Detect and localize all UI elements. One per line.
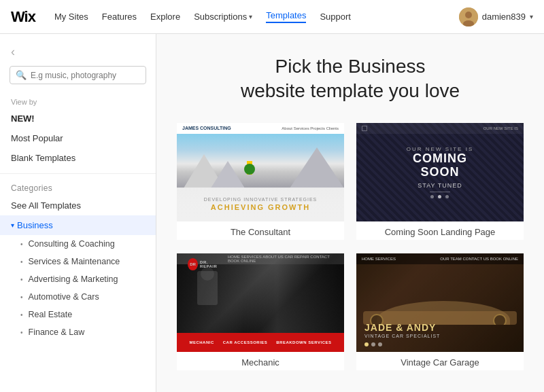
- template-name-mechanic: Mechanic: [177, 352, 344, 370]
- wix-logo[interactable]: Wix: [11, 8, 35, 26]
- user-name: damien839: [482, 12, 526, 22]
- content-area: Pick the Business website template you l…: [156, 34, 544, 392]
- search-icon: 🔍: [16, 70, 27, 80]
- sidebar-search-box[interactable]: 🔍: [10, 66, 146, 84]
- sidebar-item-most-popular[interactable]: Most Popular: [0, 128, 156, 148]
- business-chevron-icon: ▾: [11, 221, 14, 229]
- view-by-label: View by: [0, 94, 156, 109]
- bullet-icon: •: [20, 311, 23, 319]
- nav-my-sites[interactable]: My Sites: [54, 12, 88, 22]
- sidebar-item-new[interactable]: NEW!: [0, 109, 156, 128]
- main-layout: ‹ 🔍 View by NEW! Most Popular Blank Temp…: [0, 34, 544, 392]
- search-input[interactable]: [31, 71, 140, 80]
- vintage-dots: [364, 342, 382, 346]
- sidebar-sub-automotive[interactable]: • Automotive & Cars: [0, 288, 156, 306]
- back-icon: ‹: [11, 45, 15, 59]
- top-nav: Wix My Sites Features Explore Subscripti…: [0, 0, 544, 34]
- coming-soon-label3: STAY TUNED: [407, 182, 473, 189]
- nav-templates[interactable]: Templates: [266, 10, 306, 23]
- sidebar-sub-advertising[interactable]: • Advertising & Marketing: [0, 270, 156, 288]
- sidebar-sub-services[interactable]: • Services & Maintenance: [0, 253, 156, 270]
- consultant-header: JAMES CONSULTING About Services Projects…: [177, 123, 344, 134]
- bullet-icon: •: [20, 329, 23, 336]
- sidebar: ‹ 🔍 View by NEW! Most Popular Blank Temp…: [0, 34, 156, 392]
- nav-subscriptions[interactable]: Subscriptions ▾: [194, 12, 252, 22]
- user-chevron-icon: ▾: [530, 13, 533, 20]
- sidebar-sub-label-consulting: Consulting & Coaching: [29, 239, 115, 249]
- template-card-vintage[interactable]: HOME SERVICES OUR TEAM CONTACT US BOOK O…: [356, 253, 524, 370]
- coming-soon-text: OUR NEW SITE IS COMINGSOON STAY TUNED: [407, 146, 473, 198]
- title-text: Pick the Business website template you l…: [177, 54, 524, 104]
- categories-label: Categories: [0, 179, 156, 196]
- template-card-mechanic[interactable]: DR DR. REPAIR HOME SERVICES ABOUT US CAR…: [177, 253, 344, 370]
- vintage-subtitle: VINTAGE CAR SPECIALIST: [364, 334, 440, 338]
- nav-subscriptions-label: Subscriptions: [194, 12, 247, 22]
- vintage-text: JADE & ANDY VINTAGE CAR SPECIALIST: [364, 323, 440, 338]
- templates-grid: JAMES CONSULTING About Services Projects…: [177, 123, 524, 370]
- template-thumb-vintage: HOME SERVICES OUR TEAM CONTACT US BOOK O…: [356, 253, 524, 352]
- see-all-templates[interactable]: See All Templates: [0, 196, 156, 215]
- template-thumb-consultant: JAMES CONSULTING About Services Projects…: [177, 123, 344, 221]
- sidebar-back-button[interactable]: ‹: [0, 41, 156, 66]
- dot-1: [371, 342, 375, 346]
- sidebar-business-label: Business: [17, 220, 53, 230]
- sidebar-sub-finance[interactable]: • Finance & Law: [0, 323, 156, 341]
- template-card-coming-soon[interactable]: OUR NEW SITE IS OUR NEW SITE IS COMINGSO…: [356, 123, 524, 240]
- bullet-icon: •: [20, 240, 23, 248]
- sidebar-sub-label-automotive: Automotive & Cars: [29, 292, 99, 302]
- svg-point-1: [465, 12, 472, 18]
- template-name-coming-soon: Coming Soon Landing Page: [356, 221, 524, 240]
- mechanic-header: DR DR. REPAIR HOME SERVICES ABOUT US CAR…: [177, 253, 344, 264]
- mechanic-logo: DR DR. REPAIR: [188, 258, 222, 270]
- sidebar-divider: [0, 173, 156, 174]
- subscriptions-chevron-icon: ▾: [249, 13, 252, 20]
- sidebar-item-blank-templates[interactable]: Blank Templates: [0, 148, 156, 168]
- sidebar-item-business[interactable]: ▾ Business: [0, 215, 156, 235]
- sidebar-sub-realestate[interactable]: • Real Estate: [0, 306, 156, 323]
- page-title: Pick the Business website template you l…: [177, 54, 524, 104]
- sidebar-sub-label-services: Services & Maintenance: [29, 257, 120, 266]
- user-menu[interactable]: damien839 ▾: [459, 7, 533, 26]
- bullet-icon: •: [20, 258, 23, 266]
- template-thumb-coming-soon: OUR NEW SITE IS OUR NEW SITE IS COMINGSO…: [356, 123, 524, 221]
- mechanic-red-bar: MECHANIC CAR ACCESSORIES BREAKDOWN SERVI…: [177, 333, 344, 352]
- vintage-header: HOME SERVICES OUR TEAM CONTACT US BOOK O…: [356, 253, 524, 264]
- template-name-consultant: The Consultant: [177, 221, 344, 240]
- nav-explore[interactable]: Explore: [150, 12, 180, 22]
- consultant-logo: JAMES CONSULTING: [182, 126, 231, 130]
- nav-features[interactable]: Features: [102, 12, 137, 22]
- bullet-icon: •: [20, 293, 23, 301]
- dot-2: [378, 342, 382, 346]
- template-card-consultant[interactable]: JAMES CONSULTING About Services Projects…: [177, 123, 344, 240]
- sidebar-sub-label-advertising: Advertising & Marketing: [29, 274, 118, 284]
- vintage-title: JADE & ANDY: [364, 323, 440, 333]
- avatar: [459, 7, 478, 26]
- sidebar-sub-label-realestate: Real Estate: [29, 310, 73, 319]
- nav-support[interactable]: Support: [320, 12, 351, 22]
- coming-soon-label2: COMINGSOON: [407, 152, 473, 179]
- template-thumb-mechanic: DR DR. REPAIR HOME SERVICES ABOUT US CAR…: [177, 253, 344, 352]
- dot-active: [364, 342, 369, 346]
- sidebar-sub-consulting[interactable]: • Consulting & Coaching: [0, 235, 156, 253]
- bullet-icon: •: [20, 276, 23, 283]
- sidebar-sub-label-finance: Finance & Law: [29, 327, 85, 337]
- template-name-vintage: Vintage Car Garage: [356, 352, 524, 370]
